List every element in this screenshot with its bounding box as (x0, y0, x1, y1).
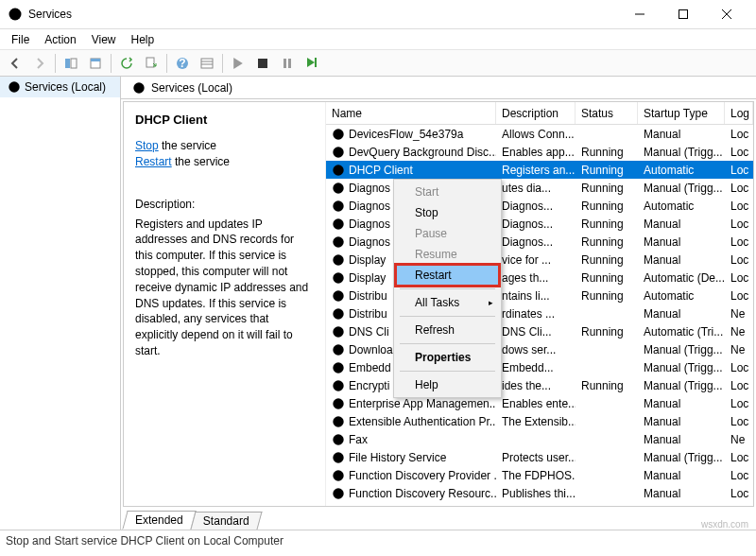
restart-service-link-row: Restart the service (135, 154, 314, 170)
col-logon[interactable]: Log (725, 102, 753, 124)
table-row[interactable]: Downloadows ser...Manual (Trigg...Ne (326, 340, 753, 358)
svg-text:?: ? (179, 57, 185, 70)
ctx-stop[interactable]: Stop (396, 202, 499, 223)
svg-rect-13 (284, 59, 286, 68)
col-startup[interactable]: Startup Type (638, 102, 725, 124)
tree-node-services[interactable]: Services (Local) (0, 77, 120, 97)
service-icon (332, 164, 345, 177)
services-list[interactable]: Name Description Status Startup Type Log… (326, 102, 753, 506)
table-row[interactable]: Extensible Authentication Pr...The Exten… (326, 412, 753, 430)
table-row[interactable]: Function Discovery Provider ...The FDPHO… (326, 466, 753, 484)
window-title: Services (28, 8, 618, 21)
table-row[interactable]: DiagnosDiagnos...RunningAutomaticLoc (326, 197, 753, 215)
service-icon (332, 325, 345, 339)
table-row[interactable]: File History ServiceProtects user...Manu… (326, 448, 753, 466)
stop-service-button[interactable] (251, 52, 274, 75)
menu-file[interactable]: File (4, 31, 37, 48)
forward-button[interactable] (28, 52, 51, 75)
service-icon (332, 146, 345, 159)
table-row[interactable]: DNS CliDNS Cli...RunningAutomatic (Tri..… (326, 322, 753, 340)
tab-extended[interactable]: Extended (122, 511, 196, 530)
pane-header: Services (Local) (121, 77, 756, 99)
ctx-resume[interactable]: Resume (396, 244, 499, 265)
service-icon (332, 200, 345, 213)
svg-rect-12 (258, 59, 267, 68)
ctx-restart[interactable]: Restart (396, 265, 499, 286)
menu-view[interactable]: View (84, 31, 124, 48)
grid-button[interactable] (196, 52, 218, 75)
show-hide-button[interactable] (60, 52, 82, 75)
table-row[interactable]: DiagnosDiagnos...RunningManualLoc (326, 215, 753, 233)
col-description[interactable]: Description (496, 102, 576, 124)
export-button[interactable] (140, 52, 163, 75)
table-row[interactable]: DHCP ClientRegisters an...RunningAutomat… (326, 161, 753, 179)
detail-panel: DHCP Client Stop the service Restart the… (124, 102, 326, 506)
svg-rect-5 (91, 59, 100, 61)
table-row[interactable]: Displayvice for ...RunningManualLoc (326, 251, 753, 269)
start-service-button[interactable] (227, 52, 249, 75)
svg-rect-6 (146, 58, 154, 67)
description-heading: Description: (135, 197, 314, 213)
close-button[interactable] (705, 0, 748, 28)
table-row[interactable]: Function Discovery Resourc...Publishes t… (326, 484, 753, 502)
column-headers: Name Description Status Startup Type Log (326, 102, 753, 125)
tab-standard[interactable]: Standard (190, 512, 262, 530)
properties-button[interactable] (84, 52, 107, 75)
table-row[interactable]: FaxManualNe (326, 430, 753, 448)
col-status[interactable]: Status (576, 102, 638, 124)
col-name[interactable]: Name (326, 102, 496, 124)
services-icon (8, 80, 21, 94)
service-icon (332, 379, 345, 392)
service-icon (332, 289, 345, 303)
service-icon (332, 451, 345, 464)
services-icon (8, 7, 23, 22)
service-icon (332, 182, 345, 195)
table-row[interactable]: Diagnosutes dia...RunningManual (Trigg..… (326, 179, 753, 197)
left-tree-pane: Services (Local) (0, 77, 121, 530)
service-icon (332, 415, 345, 428)
status-text: Stop and Start service DHCP Client on Lo… (6, 534, 284, 547)
table-row[interactable]: Distriburdinates ...ManualNe (326, 304, 753, 322)
minimize-button[interactable] (618, 0, 662, 28)
service-icon (332, 433, 345, 446)
service-icon (332, 343, 345, 356)
table-row[interactable]: Enterprise App Managemen...Enables ente.… (326, 394, 753, 412)
back-button[interactable] (4, 52, 26, 75)
ctx-pause[interactable]: Pause (396, 223, 499, 244)
help-button[interactable]: ? (171, 52, 194, 75)
ctx-help[interactable]: Help (396, 374, 499, 395)
ctx-properties[interactable]: Properties (396, 347, 499, 368)
menu-help[interactable]: Help (124, 31, 163, 48)
menu-action[interactable]: Action (37, 31, 83, 48)
service-icon (332, 128, 345, 141)
context-menu: Start Stop Pause Resume Restart All Task… (393, 179, 502, 398)
table-row[interactable]: Encryptiides the...RunningManual (Trigg.… (326, 376, 753, 394)
service-icon (332, 235, 345, 249)
restart-service-button[interactable] (301, 52, 323, 75)
table-row[interactable]: EmbeddEmbedd...Manual (Trigg...Loc (326, 358, 753, 376)
ctx-all-tasks[interactable]: All Tasks (396, 292, 499, 313)
table-row[interactable]: Distribuntains li...RunningAutomaticLoc (326, 287, 753, 304)
stop-service-link-row: Stop the service (135, 138, 314, 154)
refresh-button[interactable] (115, 52, 138, 75)
svg-rect-15 (315, 58, 317, 67)
status-bar: Stop and Start service DHCP Client on Lo… (0, 530, 756, 550)
view-tabs: Extended Standard (121, 507, 756, 530)
description-body: Registers and updates IP addresses and D… (135, 217, 314, 359)
service-icon (332, 397, 345, 410)
ctx-refresh[interactable]: Refresh (396, 320, 499, 340)
pause-service-button[interactable] (276, 52, 299, 75)
svg-rect-3 (71, 59, 77, 68)
restart-link[interactable]: Restart (135, 155, 172, 168)
toolbar: ? (0, 50, 756, 77)
table-row[interactable]: DiagnosDiagnos...RunningManualLoc (326, 233, 753, 251)
table-row[interactable]: Displayages th...RunningAutomatic (De...… (326, 269, 753, 287)
table-row[interactable]: DevQuery Background Disc...Enables app..… (326, 143, 753, 161)
service-icon (332, 307, 345, 321)
table-row[interactable]: DevicesFlow_54e379aAllows Conn...ManualL… (326, 125, 753, 143)
svg-rect-9 (201, 59, 213, 68)
svg-rect-2 (65, 59, 70, 68)
ctx-start[interactable]: Start (396, 182, 499, 202)
maximize-button[interactable] (662, 0, 705, 28)
stop-link[interactable]: Stop (135, 139, 159, 152)
